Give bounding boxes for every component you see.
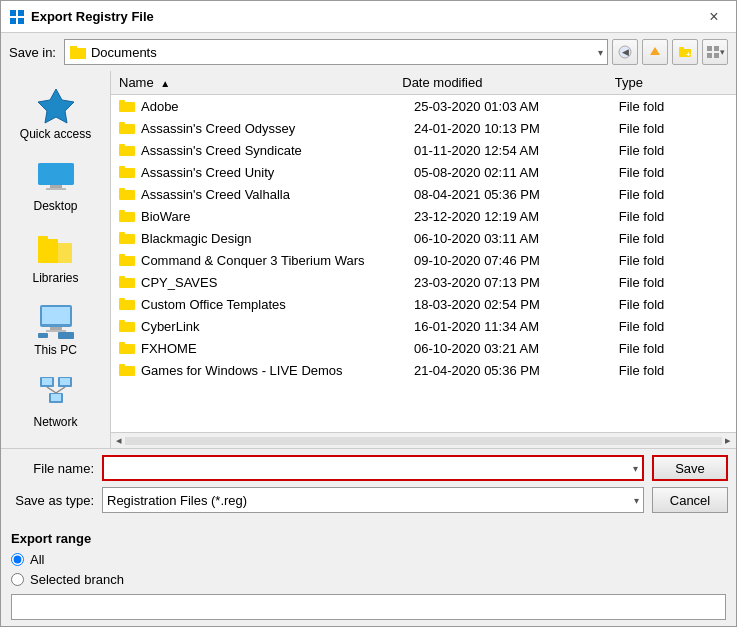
new-folder-button[interactable]: + [672, 39, 698, 65]
sidebar-item-network[interactable]: Network [8, 367, 104, 435]
export-range-title: Export range [11, 531, 726, 546]
dialog-title: Export Registry File [31, 9, 700, 24]
branch-path-input[interactable] [11, 594, 726, 620]
save-type-dropdown-icon[interactable]: ▾ [634, 495, 639, 506]
svg-rect-14 [707, 46, 712, 51]
save-button[interactable]: Save [652, 455, 728, 481]
views-button[interactable]: ▾ [702, 39, 728, 65]
svg-marker-10 [650, 47, 660, 55]
scroll-left-icon[interactable]: ◂ [113, 434, 125, 447]
svg-rect-49 [119, 188, 125, 191]
title-bar: Export Registry File × [1, 1, 736, 33]
libraries-icon [36, 229, 76, 269]
radio-selected-label[interactable]: Selected branch [30, 572, 124, 587]
save-in-combo[interactable]: Documents ▾ [64, 39, 608, 65]
folder-icon [69, 43, 87, 61]
file-name-input-wrap: ▾ [102, 455, 644, 481]
svg-rect-29 [46, 330, 66, 332]
sidebar-item-label: This PC [34, 343, 77, 357]
radio-selected[interactable] [11, 573, 24, 586]
content-area: Quick access Desktop Librarie [1, 71, 736, 448]
svg-rect-53 [119, 232, 125, 235]
radio-selected-row: Selected branch [11, 572, 726, 587]
sidebar-item-this-pc[interactable]: This PC [8, 295, 104, 363]
table-row[interactable]: Blackmagic Design 06-10-2020 03:11 AM Fi… [111, 227, 736, 249]
cancel-button[interactable]: Cancel [652, 487, 728, 513]
svg-rect-43 [119, 122, 125, 125]
table-row[interactable]: BioWare 23-12-2020 12:19 AM File fold [111, 205, 736, 227]
svg-rect-35 [60, 378, 70, 385]
sidebar-item-quick-access[interactable]: Quick access [8, 79, 104, 147]
folder-icon [119, 98, 135, 114]
file-name-dropdown-icon[interactable]: ▾ [633, 463, 638, 474]
table-row[interactable]: Games for Windows - LIVE Demos 21-04-202… [111, 359, 736, 381]
folder-icon [119, 142, 135, 158]
scroll-track[interactable] [125, 437, 722, 445]
svg-rect-60 [119, 322, 135, 332]
table-row[interactable]: FXHOME 06-10-2020 03:21 AM File fold [111, 337, 736, 359]
svg-rect-47 [119, 166, 125, 169]
file-list-area: Name ▲ Date modified Type Adobe 25-03-20… [111, 71, 736, 448]
table-row[interactable]: Custom Office Templates 18-03-2020 02:54… [111, 293, 736, 315]
form-area: File name: ▾ Save Save as type: Registra… [1, 448, 736, 523]
sidebar-item-label: Desktop [33, 199, 77, 213]
sidebar-item-label: Network [33, 415, 77, 429]
sidebar: Quick access Desktop Librarie [1, 71, 111, 448]
svg-rect-54 [119, 256, 135, 266]
col-type-header: Type [615, 75, 728, 90]
svg-rect-50 [119, 212, 135, 222]
file-name-input[interactable] [108, 461, 633, 476]
radio-all-row: All [11, 552, 726, 567]
horizontal-scrollbar[interactable]: ◂ ▸ [111, 432, 736, 448]
up-button[interactable] [642, 39, 668, 65]
sidebar-item-desktop[interactable]: Desktop [8, 151, 104, 219]
folder-icon [119, 230, 135, 246]
table-row[interactable]: Command & Conquer 3 Tiberium Wars 09-10-… [111, 249, 736, 271]
quick-access-icon [36, 85, 76, 125]
svg-rect-25 [52, 243, 72, 263]
table-row[interactable]: Assassin's Creed Odyssey 24-01-2020 10:1… [111, 117, 736, 139]
svg-rect-40 [119, 102, 135, 112]
svg-marker-18 [38, 89, 74, 123]
sidebar-item-libraries[interactable]: Libraries [8, 223, 104, 291]
folder-icon [119, 252, 135, 268]
svg-rect-59 [119, 298, 125, 301]
svg-line-38 [47, 387, 56, 393]
save-as-type-combo[interactable]: Registration Files (*.reg) ▾ [102, 487, 644, 513]
table-row[interactable]: Adobe 25-03-2020 01:03 AM File fold [111, 95, 736, 117]
radio-all[interactable] [11, 553, 24, 566]
svg-rect-44 [119, 146, 135, 156]
svg-rect-63 [119, 342, 125, 345]
col-name-header[interactable]: Name ▲ [119, 75, 402, 90]
svg-rect-33 [42, 378, 52, 385]
table-row[interactable]: Assassin's Creed Unity 05-08-2020 02:11 … [111, 161, 736, 183]
close-button[interactable]: × [700, 3, 728, 31]
save-type-row: Save as type: Registration Files (*.reg)… [9, 487, 728, 513]
table-row[interactable]: Assassin's Creed Valhalla 08-04-2021 05:… [111, 183, 736, 205]
save-as-type-label: Save as type: [9, 493, 94, 508]
col-date-header: Date modified [402, 75, 614, 90]
file-list[interactable]: Adobe 25-03-2020 01:03 AM File fold Assa… [111, 95, 736, 432]
svg-rect-57 [119, 276, 125, 279]
svg-line-39 [56, 387, 65, 393]
svg-rect-41 [119, 100, 125, 103]
svg-rect-20 [38, 163, 74, 185]
svg-rect-61 [119, 320, 125, 323]
svg-rect-6 [70, 48, 86, 59]
svg-rect-37 [51, 394, 61, 401]
scroll-right-icon[interactable]: ▸ [722, 434, 734, 447]
svg-rect-15 [714, 46, 719, 51]
svg-text:◀: ◀ [622, 47, 629, 57]
back-button[interactable]: ◀ [612, 39, 638, 65]
table-row[interactable]: Assassin's Creed Syndicate 01-11-2020 12… [111, 139, 736, 161]
folder-icon [119, 340, 135, 356]
svg-rect-30 [38, 333, 48, 338]
file-list-header: Name ▲ Date modified Type [111, 71, 736, 95]
radio-all-label[interactable]: All [30, 552, 44, 567]
save-as-type-value: Registration Files (*.reg) [107, 493, 634, 508]
svg-rect-48 [119, 190, 135, 200]
table-row[interactable]: CPY_SAVES 23-03-2020 07:13 PM File fold [111, 271, 736, 293]
table-row[interactable]: CyberLink 16-01-2020 11:34 AM File fold [111, 315, 736, 337]
svg-rect-22 [46, 188, 66, 190]
toolbar: Save in: Documents ▾ ◀ + [1, 33, 736, 71]
